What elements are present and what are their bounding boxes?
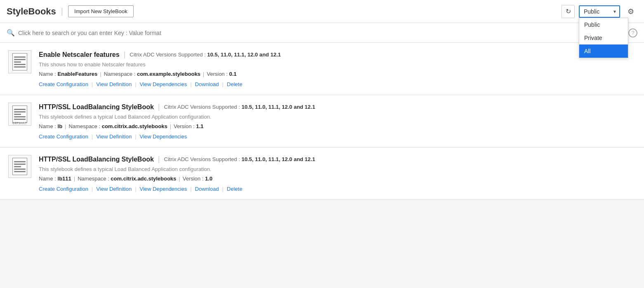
card-title: Enable Netscaler features bbox=[39, 51, 120, 59]
dropdown-selected-value: Public bbox=[584, 8, 599, 15]
card-meta: Name : EnableFeatures|Namespace : com.ex… bbox=[39, 71, 636, 77]
action-separator: | bbox=[190, 186, 191, 192]
card-actions: Create Configuration|View Definition|Vie… bbox=[39, 186, 636, 192]
action-delete[interactable]: Delete bbox=[227, 186, 243, 192]
search-bar: 🔍 ? bbox=[0, 23, 644, 43]
default-badge: DEFAULT bbox=[12, 122, 27, 124]
card-title-divider: | bbox=[124, 50, 126, 59]
action-separator: | bbox=[92, 81, 93, 87]
card-icon: DEFAULT bbox=[8, 103, 31, 126]
header-divider: | bbox=[61, 7, 63, 16]
card-description: This shows how to enable Netscaler featu… bbox=[39, 61, 636, 68]
action-view-definition[interactable]: View Definition bbox=[96, 186, 132, 192]
card-2: DEFAULTHTTP/SSL LoadBalancing StyleBook|… bbox=[0, 95, 644, 148]
card-title-row: Enable Netscaler features|Citrix ADC Ver… bbox=[39, 50, 636, 59]
card-meta: Name : lb|Namespace : com.citrix.adc.sty… bbox=[39, 123, 636, 129]
card-icon-inner bbox=[12, 53, 27, 70]
action-create-config[interactable]: Create Configuration bbox=[39, 133, 88, 140]
action-download[interactable]: Download bbox=[195, 81, 219, 87]
card-title: HTTP/SSL LoadBalancing StyleBook bbox=[39, 156, 154, 163]
action-separator: | bbox=[92, 186, 93, 192]
action-separator: | bbox=[135, 186, 136, 192]
search-input[interactable] bbox=[18, 30, 625, 36]
refresh-button[interactable]: ↻ bbox=[561, 5, 575, 18]
card-description: This stylebook defines a typical Load Ba… bbox=[39, 166, 636, 172]
dropdown-menu: Public Private All bbox=[579, 18, 628, 58]
action-separator: | bbox=[92, 133, 93, 140]
help-icon[interactable]: ? bbox=[628, 28, 637, 37]
refresh-icon: ↻ bbox=[566, 7, 571, 15]
card-title: HTTP/SSL LoadBalancing StyleBook bbox=[39, 103, 154, 111]
card-content: Enable Netscaler features|Citrix ADC Ver… bbox=[39, 50, 636, 87]
settings-button[interactable]: ⚙ bbox=[624, 5, 637, 18]
card-actions: Create Configuration|View Definition|Vie… bbox=[39, 133, 636, 140]
action-create-config[interactable]: Create Configuration bbox=[39, 186, 88, 192]
import-button[interactable]: Import New StyleBook bbox=[68, 5, 134, 17]
dropdown-option-private[interactable]: Private bbox=[579, 31, 628, 44]
card-title-divider: | bbox=[158, 103, 160, 111]
card-meta: Name : lb111|Namespace : com.citrix.adc.… bbox=[39, 176, 636, 182]
action-separator: | bbox=[190, 81, 191, 87]
card-3: HTTP/SSL LoadBalancing StyleBook|Citrix … bbox=[0, 148, 644, 200]
card-title-row: HTTP/SSL LoadBalancing StyleBook|Citrix … bbox=[39, 155, 636, 164]
chevron-down-icon: ▾ bbox=[613, 9, 616, 14]
card-title-row: HTTP/SSL LoadBalancing StyleBook|Citrix … bbox=[39, 103, 636, 111]
action-separator: | bbox=[135, 133, 136, 140]
action-view-definition[interactable]: View Definition bbox=[96, 133, 132, 140]
card-icon bbox=[8, 155, 31, 178]
action-create-config[interactable]: Create Configuration bbox=[39, 81, 88, 87]
card-title-divider: | bbox=[158, 155, 160, 164]
action-view-dependencies[interactable]: View Dependencies bbox=[140, 133, 187, 140]
card-versions: Citrix ADC Versions Supported : 10.5, 11… bbox=[164, 104, 315, 110]
dropdown-option-all[interactable]: All bbox=[579, 44, 628, 58]
card-versions: Citrix ADC Versions Supported : 10.5, 11… bbox=[130, 52, 281, 58]
header: StyleBooks | Import New StyleBook ↻ Publ… bbox=[0, 0, 644, 23]
card-content: HTTP/SSL LoadBalancing StyleBook|Citrix … bbox=[39, 103, 636, 140]
card-actions: Create Configuration|View Definition|Vie… bbox=[39, 81, 636, 87]
action-view-definition[interactable]: View Definition bbox=[96, 81, 132, 87]
action-separator: | bbox=[222, 186, 223, 192]
card-icon bbox=[8, 50, 31, 73]
visibility-dropdown[interactable]: Public ▾ bbox=[579, 5, 620, 18]
card-versions: Citrix ADC Versions Supported : 10.5, 11… bbox=[164, 156, 315, 162]
action-download[interactable]: Download bbox=[195, 186, 219, 192]
gear-icon: ⚙ bbox=[627, 7, 634, 16]
app-title: StyleBooks bbox=[7, 6, 56, 17]
card-1: Enable Netscaler features|Citrix ADC Ver… bbox=[0, 43, 644, 95]
visibility-dropdown-wrapper: Public ▾ Public Private All bbox=[579, 5, 620, 18]
card-icon-inner bbox=[12, 158, 27, 175]
action-view-dependencies[interactable]: View Dependencies bbox=[140, 186, 187, 192]
header-right: ↻ Public ▾ Public Private All ⚙ bbox=[561, 5, 637, 18]
action-view-dependencies[interactable]: View Dependencies bbox=[140, 81, 187, 87]
action-separator: | bbox=[222, 81, 223, 87]
search-icon: 🔍 bbox=[7, 29, 15, 37]
card-description: This stylebook defines a typical Load Ba… bbox=[39, 114, 636, 120]
dropdown-option-public[interactable]: Public bbox=[579, 18, 628, 31]
card-icon-inner bbox=[12, 105, 27, 123]
card-content: HTTP/SSL LoadBalancing StyleBook|Citrix … bbox=[39, 155, 636, 192]
action-separator: | bbox=[135, 81, 136, 87]
cards-container: Enable Netscaler features|Citrix ADC Ver… bbox=[0, 43, 644, 200]
action-delete[interactable]: Delete bbox=[227, 81, 243, 87]
